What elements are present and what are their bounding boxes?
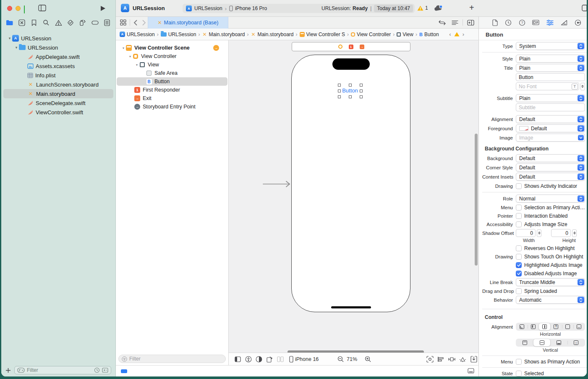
report-navigator-icon[interactable]	[103, 18, 111, 27]
scheme-status-capsule[interactable]: A URLSession › iPhone 16 Pro URLSession:…	[183, 4, 415, 13]
toggle-inspector-icon[interactable]	[582, 5, 587, 11]
disclosure-icon[interactable]: ▾	[134, 63, 139, 67]
selection-handle[interactable]	[338, 84, 341, 87]
navigator-filter-field[interactable]: Filter	[14, 366, 111, 374]
valign-top-segment[interactable]	[516, 339, 533, 346]
type-popup[interactable]: System	[516, 42, 585, 50]
attributes-inspector-icon[interactable]	[546, 20, 554, 26]
halign-center-segment[interactable]	[539, 323, 550, 330]
focus-mode-icon[interactable]	[426, 355, 434, 363]
go-back-icon[interactable]	[133, 20, 137, 26]
tree-row-file[interactable]: Assets.xcassets	[1, 61, 115, 71]
background-popup[interactable]: Default	[516, 154, 585, 162]
highlighted-adjusts-image-checkbox[interactable]	[516, 262, 522, 268]
shadow-width-stepper[interactable]	[537, 229, 541, 237]
tree-row-file[interactable]: AppDelegate.swift	[1, 52, 115, 61]
disclosure-icon[interactable]: ▾	[14, 45, 19, 50]
code-review-icon[interactable]	[439, 20, 446, 25]
tree-row-file[interactable]: Info.plist	[1, 71, 115, 80]
zoom-window-button[interactable]	[24, 5, 25, 13]
tab-overview-icon[interactable]	[120, 19, 126, 26]
outline-row-button[interactable]: B Button	[117, 77, 227, 86]
device-icon[interactable]	[287, 355, 295, 363]
add-file-icon[interactable]	[5, 368, 11, 373]
outline-filter-field[interactable]: Filter	[118, 355, 226, 363]
shadow-width-field[interactable]: 0	[516, 229, 536, 237]
selection-handle[interactable]	[349, 95, 352, 98]
shadow-height-field[interactable]: 0	[551, 229, 571, 237]
jumpbar-item-storyboard[interactable]: ✕Main.storyboard	[202, 32, 245, 37]
tree-row-file-selected[interactable]: ✕ Main.storyboard	[3, 89, 113, 98]
disabled-adjusts-image-checkbox[interactable]	[516, 271, 522, 276]
active-tab-main-storyboard[interactable]: ✕ Main.storyboard (Base)	[148, 17, 228, 29]
minimap-icon[interactable]	[452, 20, 458, 25]
pointer-interaction-checkbox[interactable]	[516, 213, 522, 219]
split-preview-icon[interactable]	[277, 355, 284, 363]
corner-style-popup[interactable]: Default	[516, 163, 585, 171]
first-responder-icon[interactable]: 1	[349, 45, 353, 49]
scheme-project[interactable]: URLSession	[194, 5, 222, 11]
run-button[interactable]	[100, 5, 106, 11]
toggle-canvas-bar-icon[interactable]	[468, 368, 474, 374]
jumpbar-item-group[interactable]: URLSession	[161, 32, 196, 37]
view-controller-icon[interactable]	[338, 45, 342, 49]
add-tab-button[interactable]: +	[469, 3, 474, 13]
halign-trailing-segment[interactable]	[550, 323, 562, 330]
selection-handle[interactable]	[360, 89, 363, 92]
status-time[interactable]: Today at 10:47	[374, 5, 413, 12]
font-picker-icon[interactable]	[572, 84, 578, 89]
behavior-popup[interactable]: Automatic	[516, 296, 585, 304]
jumpbar-item-view-controller[interactable]: View Controller	[351, 32, 391, 37]
tree-row-file[interactable]: ViewController.swift	[1, 108, 115, 117]
jumpbar-item-storyboard-base[interactable]: ✕Main.storyboard	[251, 32, 293, 37]
disclosure-icon[interactable]: ▾	[128, 55, 133, 58]
jumpbar-item-project[interactable]: AURLSession	[120, 32, 155, 37]
outline-row-view-controller[interactable]: ▾ View Controller	[116, 52, 228, 61]
spring-loaded-checkbox[interactable]	[516, 288, 522, 294]
reverses-on-highlight-checkbox[interactable]	[516, 245, 522, 251]
orientation-icon[interactable]	[266, 355, 274, 363]
content-insets-popup[interactable]: Default	[516, 173, 585, 181]
line-break-popup[interactable]: Truncate Middle	[516, 278, 585, 286]
halign-left-segment[interactable]	[528, 323, 539, 330]
role-popup[interactable]: Normal	[516, 195, 585, 203]
halign-right-segment[interactable]	[562, 323, 573, 330]
alignment-popup[interactable]: Default	[516, 115, 585, 123]
zoom-in-icon[interactable]	[364, 355, 372, 363]
issue-warning-icon[interactable]	[454, 32, 460, 37]
toggle-navigator-icon[interactable]	[38, 5, 46, 11]
go-forward-icon[interactable]	[142, 20, 146, 26]
shadow-height-stepper[interactable]	[572, 229, 577, 237]
quick-help-inspector-icon[interactable]: ?	[519, 19, 525, 26]
exit-icon[interactable]: →	[360, 45, 364, 49]
debug-navigator-icon[interactable]	[78, 18, 87, 27]
style-popup[interactable]: Plain	[516, 55, 585, 63]
halign-fill-segment[interactable]	[573, 323, 585, 330]
jumpbar-item-scene[interactable]: View Controller S	[300, 32, 345, 37]
image-combo[interactable]: Image	[516, 134, 585, 142]
issue-navigator-icon[interactable]	[54, 18, 63, 27]
valign-bottom-segment[interactable]	[550, 339, 567, 346]
subtitle-text-field[interactable]: Subtitle	[516, 103, 585, 111]
size-inspector-icon[interactable]	[561, 20, 567, 26]
accessibility-preview-icon[interactable]	[245, 355, 252, 363]
filter-menu-icon[interactable]	[17, 368, 25, 373]
connections-inspector-icon[interactable]	[575, 19, 581, 26]
selection-handle[interactable]	[360, 84, 363, 87]
selection-handle[interactable]	[338, 95, 341, 98]
adjusts-image-size-checkbox[interactable]	[516, 221, 522, 227]
selection-handle[interactable]	[338, 89, 341, 92]
title-popup[interactable]: Plain	[516, 64, 585, 72]
state-selected-checkbox[interactable]	[516, 371, 522, 376]
tree-row-group[interactable]: ▾ URLSession	[1, 43, 115, 52]
toggle-outline-icon[interactable]	[234, 355, 241, 363]
shows-touch-on-highlight-checkbox[interactable]	[516, 254, 522, 260]
warning-badge[interactable]: 1	[417, 5, 428, 11]
valign-fill-segment[interactable]	[567, 339, 585, 346]
disclosure-icon[interactable]: ▾	[121, 46, 126, 50]
outline-row-first-responder[interactable]: 1 First Responder	[116, 86, 228, 94]
tree-row-file[interactable]: SceneDelegate.swift	[1, 98, 115, 108]
storyboard-canvas[interactable]: 1 → Button	[229, 40, 478, 353]
selection-handle[interactable]	[360, 95, 363, 98]
outline-row-scene[interactable]: ▾ View Controller Scene →	[116, 44, 228, 52]
